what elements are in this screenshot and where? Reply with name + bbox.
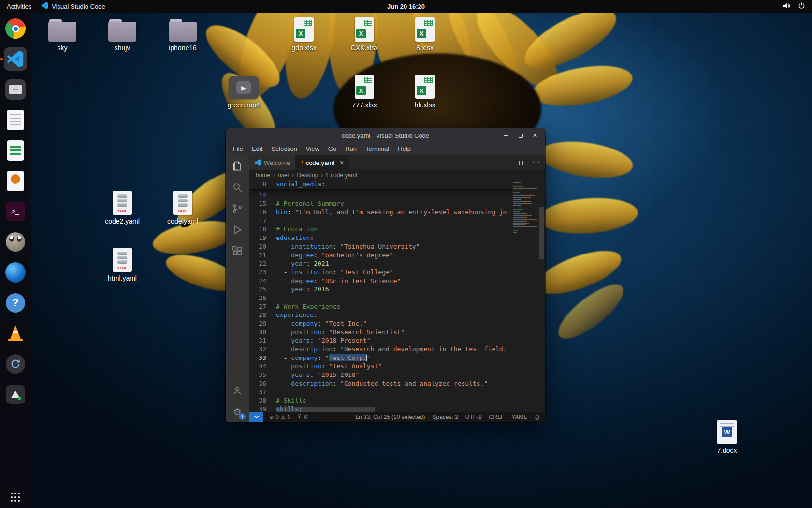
more-actions-icon[interactable]: ··· (532, 158, 540, 167)
breadcrumb-item-code.yaml[interactable]: code.yaml (331, 172, 357, 179)
desktop-icon-code.yaml[interactable]: YAMLcode.yaml (160, 188, 205, 225)
breadcrumb-item-home[interactable]: home (256, 172, 270, 179)
dock-item-firefox[interactable] (4, 261, 27, 284)
code-token: : (314, 252, 321, 259)
desktop-icon-label: code2.yaml (100, 217, 145, 225)
run-debug-icon[interactable] (226, 219, 249, 240)
ports-indicator[interactable]: 0 (296, 414, 307, 421)
dock-item-vscode[interactable] (4, 47, 27, 71)
menu-run[interactable]: Run (341, 143, 361, 155)
language-mode[interactable]: YAML (511, 414, 527, 420)
code-token: 2021 (314, 260, 329, 267)
title-bar[interactable]: code.yaml - Visual Studio Code × (226, 128, 545, 143)
menu-go[interactable]: Go (324, 143, 341, 155)
minimap-line (513, 197, 537, 198)
account-icon[interactable] (226, 380, 249, 401)
source-control-icon[interactable] (226, 198, 249, 219)
desktop-icon-hk.xlsx[interactable]: Xhk.xlsx (403, 72, 447, 109)
power-icon[interactable] (798, 2, 805, 11)
desktop-icon-html.yaml[interactable]: YAMLhtml.yaml (100, 245, 145, 282)
dock-item-vlc[interactable] (4, 322, 27, 345)
code-token: " (366, 354, 370, 361)
desktop-icon-shujv[interactable]: shujv (100, 15, 145, 52)
desktop-icon-7.docx[interactable]: W7.docx (705, 417, 749, 454)
minimize-button[interactable] (501, 130, 511, 141)
menu-file[interactable]: File (229, 143, 247, 155)
dock-item-libreoffice-impress[interactable] (4, 169, 27, 193)
activities-button[interactable]: Activities (7, 3, 31, 10)
explorer-icon[interactable] (226, 155, 249, 177)
dock-item-chrome[interactable] (4, 17, 27, 40)
menu-help[interactable]: Help (393, 143, 415, 155)
tab-code.yaml[interactable]: !code.yaml× (296, 155, 349, 170)
code-token: - (276, 243, 291, 250)
desktop-icon-label: 777.xlsx (342, 101, 387, 109)
line-number: 27 (249, 303, 266, 312)
tab-close-icon[interactable]: × (340, 159, 344, 166)
problems-indicator[interactable]: ⊘0 ⚠0 (269, 414, 290, 420)
dock-item-software-updater[interactable] (4, 352, 27, 375)
dock-item-terminal[interactable]: >_ (4, 200, 27, 223)
breadcrumb-item-user[interactable]: user (278, 172, 289, 179)
vertical-scrollbar[interactable] (539, 207, 544, 259)
minimap-line (513, 188, 537, 189)
remote-indicator[interactable]: >< (249, 412, 263, 422)
desktop-icon-iphone16[interactable]: iphone16 (160, 15, 205, 52)
settings-gear-icon[interactable]: ⚙ 1 (226, 401, 249, 422)
maximize-button[interactable] (515, 130, 526, 141)
code-token: : (306, 285, 314, 293)
desktop-icon-code2.yaml[interactable]: YAMLcode2.yaml (100, 188, 145, 225)
dock-item-text-editor[interactable] (4, 108, 27, 132)
breadcrumb-separator: › (321, 172, 323, 179)
code-line-content: # Personal Summary (266, 200, 512, 209)
app-grid-button[interactable] (11, 493, 20, 502)
tab-welcome[interactable]: Welcome (249, 155, 296, 170)
clock[interactable]: Jun 20 16:20 (387, 3, 425, 10)
dock-item-gimp[interactable] (4, 230, 27, 254)
code-line-content: # Education (266, 225, 512, 234)
code-editor[interactable]: 8social_media:1415# Personal Summary16bi… (249, 180, 545, 412)
menu-edit[interactable]: Edit (247, 143, 267, 155)
code-token: # Personal Summary (276, 200, 344, 207)
dock-item-files[interactable] (4, 78, 27, 101)
split-editor-icon[interactable] (519, 158, 526, 167)
yaml-file-icon: YAML (113, 191, 132, 215)
desktop-icon-8.xlsx[interactable]: X8.xlsx (403, 15, 447, 52)
yaml-file-icon: ! (301, 160, 303, 165)
dock-item-software-store[interactable] (4, 383, 27, 406)
search-icon[interactable] (226, 177, 249, 198)
menu-selection[interactable]: Selection (267, 143, 301, 155)
desktop-icon-gdp.xlsx[interactable]: Xgdp.xlsx (282, 15, 326, 52)
code-token: - (276, 269, 291, 276)
eol-selector[interactable]: CRLF (489, 414, 504, 420)
desktop-icon-CXK.xlsx[interactable]: XCXK.xlsx (342, 15, 387, 52)
breadcrumb-item-Desktop[interactable]: Desktop (297, 172, 318, 179)
focused-app-indicator[interactable]: Visual Studio Code (41, 2, 105, 11)
volume-icon[interactable] (783, 2, 790, 11)
files-icon (5, 79, 26, 100)
minimap[interactable] (513, 182, 537, 234)
desktop-icon-sky[interactable]: sky (40, 15, 85, 52)
code-line-content: year: 2021 (266, 260, 512, 269)
indentation[interactable]: Spaces: 2 (432, 414, 458, 420)
close-button[interactable]: × (530, 130, 540, 141)
dock-item-help[interactable]: ? (4, 291, 27, 314)
code-line: 36 description: "Conducted tests and ana… (249, 380, 512, 388)
cursor-position[interactable]: Ln 33, Col 25 (10 selected) (355, 414, 425, 420)
encoding[interactable]: UTF-8 (465, 414, 482, 420)
menu-view[interactable]: View (302, 143, 324, 155)
horizontal-scrollbar[interactable] (276, 407, 375, 412)
breadcrumb[interactable]: home›user›Desktop›!code.yaml (249, 170, 545, 180)
desktop-icon-777.xlsx[interactable]: X777.xlsx (342, 72, 387, 109)
minimap-line (513, 201, 537, 202)
notifications-bell-icon[interactable] (534, 414, 540, 420)
line-number: 8 (249, 180, 266, 189)
code-line-content: education: (266, 234, 512, 243)
desktop-icon-green.mp4[interactable]: ▶green.mp4 (221, 72, 266, 109)
line-number: 18 (249, 225, 266, 234)
dock-item-libreoffice-calc[interactable] (4, 139, 27, 162)
libreoffice-calc-icon (7, 140, 24, 161)
menu-terminal[interactable]: Terminal (361, 143, 393, 155)
extensions-icon[interactable] (226, 240, 249, 262)
desktop-icon-label: sky (40, 44, 85, 52)
